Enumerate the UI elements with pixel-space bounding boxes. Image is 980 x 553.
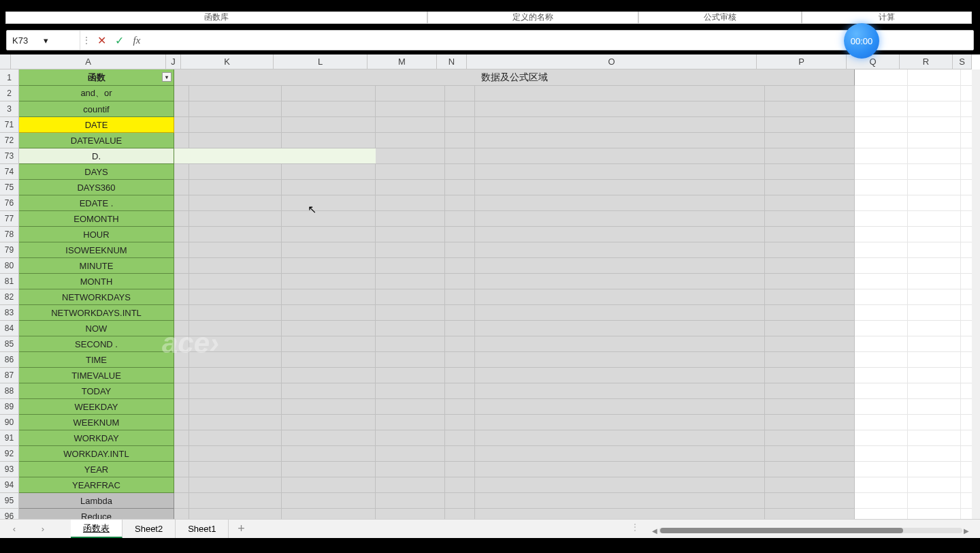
cell[interactable]: [174, 101, 189, 117]
cell[interactable]: [445, 336, 475, 352]
cell[interactable]: [189, 101, 282, 117]
cell[interactable]: [376, 477, 445, 493]
cell-a-3[interactable]: countif: [19, 101, 174, 117]
cell[interactable]: [282, 415, 376, 430]
cell[interactable]: [174, 321, 189, 336]
cell[interactable]: [855, 180, 908, 195]
cell[interactable]: [445, 133, 475, 148]
cell[interactable]: [855, 274, 908, 289]
cell[interactable]: [174, 368, 189, 383]
cell[interactable]: [282, 352, 376, 368]
cell[interactable]: [765, 321, 855, 336]
cell-a-82[interactable]: NETWORKDAYS: [19, 289, 174, 305]
cell[interactable]: [189, 462, 282, 477]
cell-a-75[interactable]: DAYS360: [19, 180, 174, 195]
row-header[interactable]: 79: [0, 242, 19, 258]
cell[interactable]: [475, 383, 765, 399]
cell[interactable]: [189, 446, 282, 462]
cell[interactable]: [908, 195, 961, 211]
cell[interactable]: [376, 383, 445, 399]
cell[interactable]: [376, 399, 445, 415]
cell[interactable]: [961, 462, 972, 477]
cell[interactable]: [282, 305, 376, 321]
status-menu-icon[interactable]: ⋮: [630, 522, 640, 533]
cell[interactable]: [376, 148, 445, 164]
cell[interactable]: [282, 227, 376, 242]
cell[interactable]: [961, 101, 972, 117]
cell[interactable]: [908, 274, 961, 289]
cell[interactable]: [908, 383, 961, 399]
cell[interactable]: [475, 195, 765, 211]
cell[interactable]: [855, 415, 908, 430]
row-header[interactable]: 85: [0, 336, 19, 352]
row-header[interactable]: 78: [0, 227, 19, 242]
cell[interactable]: [174, 509, 189, 519]
cell[interactable]: [908, 180, 961, 195]
cell[interactable]: [765, 274, 855, 289]
cell-a-79[interactable]: ISOWEEKNUM: [19, 242, 174, 258]
cell[interactable]: [376, 430, 445, 446]
tabs-prev-button[interactable]: ‹: [0, 520, 29, 538]
cell[interactable]: [475, 305, 765, 321]
cell[interactable]: [445, 352, 475, 368]
name-box[interactable]: K73 ▾: [7, 31, 80, 50]
tabs-next-button[interactable]: ›: [29, 520, 57, 538]
cell[interactable]: [961, 211, 972, 227]
cell[interactable]: [765, 117, 855, 133]
cell[interactable]: [765, 86, 855, 101]
cell[interactable]: [908, 133, 961, 148]
cell-a-72[interactable]: DATEVALUE: [19, 133, 174, 148]
cell[interactable]: [855, 289, 908, 305]
cell[interactable]: [908, 211, 961, 227]
cell[interactable]: [908, 117, 961, 133]
ribbon-group-calculation[interactable]: 计算: [802, 12, 972, 24]
cell[interactable]: [855, 258, 908, 274]
cell[interactable]: [282, 117, 376, 133]
cell-a-81[interactable]: MONTH: [19, 274, 174, 289]
cell[interactable]: [174, 86, 189, 101]
cell[interactable]: [174, 383, 189, 399]
cell[interactable]: [765, 336, 855, 352]
column-header-J[interactable]: J: [166, 54, 181, 69]
cell[interactable]: [961, 352, 972, 368]
cell[interactable]: [189, 117, 282, 133]
cell[interactable]: [376, 258, 445, 274]
cell[interactable]: [445, 477, 475, 493]
row-header[interactable]: 92: [0, 446, 19, 462]
cell[interactable]: [855, 164, 908, 180]
cell[interactable]: [282, 274, 376, 289]
cell-a-91[interactable]: WORKDAY: [19, 430, 174, 446]
cell-a-76[interactable]: EDATE .: [19, 195, 174, 211]
cell[interactable]: [765, 305, 855, 321]
cell[interactable]: [282, 180, 376, 195]
cell[interactable]: [475, 211, 765, 227]
row-header[interactable]: 74: [0, 164, 19, 180]
cell[interactable]: [282, 383, 376, 399]
cell[interactable]: [189, 399, 282, 415]
row-header[interactable]: 96: [0, 509, 19, 519]
cell[interactable]: [445, 383, 475, 399]
cell[interactable]: [908, 446, 961, 462]
cell[interactable]: [855, 242, 908, 258]
cell[interactable]: [765, 415, 855, 430]
cell[interactable]: [189, 509, 282, 519]
cell[interactable]: [765, 148, 855, 164]
cell[interactable]: [855, 148, 908, 164]
cell[interactable]: [376, 462, 445, 477]
cell[interactable]: [282, 368, 376, 383]
cell[interactable]: [445, 242, 475, 258]
cell[interactable]: [475, 289, 765, 305]
cell[interactable]: [855, 383, 908, 399]
cell[interactable]: [174, 415, 189, 430]
cell[interactable]: [475, 430, 765, 446]
cell[interactable]: [475, 86, 765, 101]
cell[interactable]: [475, 101, 765, 117]
row-header[interactable]: 2: [0, 86, 19, 101]
column-header-K[interactable]: K: [181, 54, 274, 69]
cell[interactable]: [961, 336, 972, 352]
cell[interactable]: [282, 148, 376, 164]
cell[interactable]: [189, 227, 282, 242]
cell-a-86[interactable]: TIME: [19, 352, 174, 368]
cell[interactable]: [908, 289, 961, 305]
cell-a-73[interactable]: D.: [19, 148, 174, 164]
